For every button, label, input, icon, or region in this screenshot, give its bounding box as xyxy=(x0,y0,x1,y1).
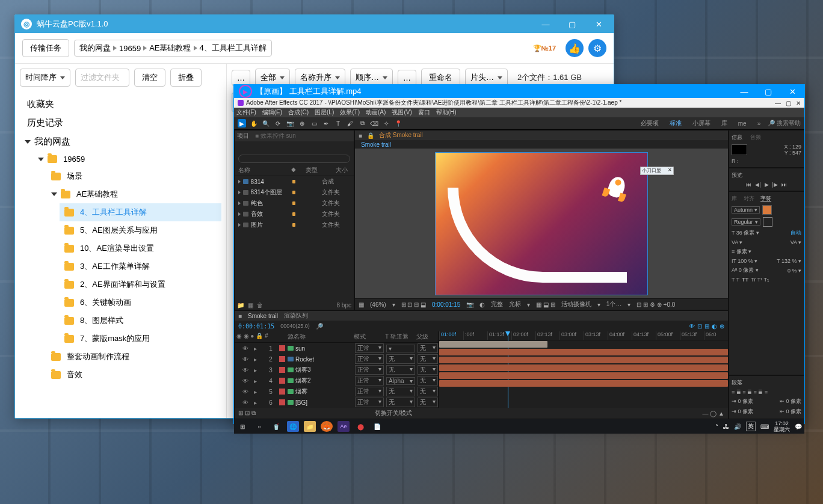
preview-tab[interactable]: 预览 xyxy=(732,171,742,179)
next-frame-icon[interactable]: |▶ xyxy=(772,182,778,188)
workspace-me[interactable]: me xyxy=(735,120,750,127)
breadcrumb-seg[interactable]: AE基础教程 xyxy=(149,43,191,54)
project-row[interactable]: 8314合成 xyxy=(235,176,354,187)
brush-tool-icon[interactable]: 🖌 xyxy=(346,119,354,128)
tray-volume-icon[interactable]: 🔊 xyxy=(734,423,741,430)
zoom-tool-icon[interactable]: 🔍 xyxy=(262,119,270,128)
cloud-titlebar[interactable]: ◎ 蜗牛云盘PC版v1.1.0 — ▢ ✕ xyxy=(15,15,614,33)
tl-icon[interactable]: ⊞ xyxy=(704,323,709,330)
taskbar-clock[interactable]: 17:02 星期六 xyxy=(774,420,790,432)
weight-combo[interactable]: Regular ▾ xyxy=(732,218,760,226)
more-button-2[interactable]: … xyxy=(398,70,416,86)
video-close-button[interactable]: ✕ xyxy=(785,87,800,96)
eraser-tool-icon[interactable]: ⌫ xyxy=(370,119,378,128)
tray-ime[interactable]: 英 xyxy=(746,422,756,431)
task-app-icon[interactable]: 📄 xyxy=(371,421,383,432)
windows-taskbar[interactable]: ⊞ ○ 🥤 🌐 📁 🦊 Ae ⬤ 📄 ˄ 🖧 🔊 英 ⌨ 17:02 星期六 💬 xyxy=(234,419,804,434)
selection-tool-icon[interactable]: ▶ xyxy=(238,119,246,128)
puppet-tool-icon[interactable]: 📍 xyxy=(394,119,402,128)
ae-close[interactable]: ✕ xyxy=(796,100,801,106)
roto-tool-icon[interactable]: ✧ xyxy=(382,119,390,128)
ae-menu-anim[interactable]: 动画(A) xyxy=(366,108,386,117)
rotate-tool-icon[interactable]: ⟳ xyxy=(274,119,282,128)
tray-chevron-icon[interactable]: ˄ xyxy=(715,423,718,430)
start-button-icon[interactable]: ⊞ xyxy=(236,421,248,432)
project-search[interactable] xyxy=(238,155,350,163)
col-name[interactable]: 名称 xyxy=(238,166,291,174)
notification-icon[interactable]: 💬 xyxy=(795,423,802,430)
col-type[interactable]: 类型 xyxy=(306,166,336,174)
ae-menu-comp[interactable]: 合成(C) xyxy=(288,108,309,117)
track-row[interactable] xyxy=(439,340,728,348)
tree-node[interactable]: 7、蒙版mask的应用 xyxy=(60,330,221,348)
current-timecode[interactable]: 0:00:01:15 xyxy=(238,323,274,330)
recorder-icon[interactable]: ⬤ xyxy=(354,421,366,432)
collapse-button[interactable]: 折叠 xyxy=(170,69,202,87)
tree-node[interactable]: 6、关键帧动画 xyxy=(60,293,221,312)
tree-node[interactable]: 5、AE图层关系与应用 xyxy=(60,221,221,239)
pen-tool-icon[interactable]: ✒ xyxy=(322,119,330,128)
breadcrumb-seg[interactable]: 我的网盘 xyxy=(79,43,111,54)
comp-subtab[interactable]: Smoke trail xyxy=(361,141,391,148)
project-delete-icon[interactable]: 🗑 xyxy=(257,302,263,309)
ae-menu-layer[interactable]: 图层(L) xyxy=(315,108,334,117)
tree-node[interactable]: 音效 xyxy=(46,366,221,384)
ae-maximize[interactable]: ▢ xyxy=(786,100,791,106)
prev-frame-icon[interactable]: ◀| xyxy=(755,182,760,188)
text-tool-icon[interactable]: T xyxy=(334,119,342,128)
project-row[interactable]: 8314个图层文件夹 xyxy=(235,187,354,198)
video-titlebar[interactable]: ▶ 【原画】 工具栏工具详解.mp4 — ▢ ✕ xyxy=(234,85,804,98)
thumbs-up-button[interactable]: 👍 xyxy=(566,39,584,57)
shy-toggle-icon[interactable]: 👁 xyxy=(689,323,695,330)
camera-tool-icon[interactable]: 📷 xyxy=(286,119,294,128)
ae-menu-help[interactable]: 帮助(H) xyxy=(436,108,457,117)
workspace-lib[interactable]: 库 xyxy=(718,119,731,128)
breadcrumb[interactable]: 我的网盘 19659 AE基础教程 4、工具栏工具详解 xyxy=(74,40,272,57)
project-tab[interactable]: 项目 xyxy=(237,132,249,140)
col-size[interactable]: 大小 xyxy=(336,166,348,174)
tl-footer-icon[interactable]: ⊞ ⊡ ⧉ xyxy=(238,410,256,417)
floating-panel[interactable]: 小刀口显 ✕ xyxy=(640,167,674,175)
char-tab[interactable]: 字符 xyxy=(760,195,771,203)
track-row[interactable] xyxy=(439,364,728,372)
light-label[interactable]: 光标 xyxy=(509,300,521,309)
stamp-tool-icon[interactable]: ⧉ xyxy=(358,119,366,128)
rect-tool-icon[interactable]: ▭ xyxy=(310,119,318,128)
camera-combo[interactable]: 活动摄像机 xyxy=(561,300,591,309)
ae-menu-file[interactable]: 文件(F) xyxy=(236,108,256,117)
res-combo[interactable]: 完整 xyxy=(491,300,503,309)
tree-node[interactable]: 2、AE界面详解和与设置 xyxy=(60,275,221,293)
video-minimize-button[interactable]: — xyxy=(737,87,751,96)
tray-keyboard-icon[interactable]: ⌨ xyxy=(760,423,769,430)
layer-row[interactable]: 👁 ▸3烟雾3正常▾无▾无▾ xyxy=(235,364,439,375)
track-row[interactable] xyxy=(439,356,728,364)
timeline-tab[interactable]: Smoke trail xyxy=(248,313,278,319)
ae-menu-edit[interactable]: 编辑(E) xyxy=(262,108,282,117)
video-maximize-button[interactable]: ▢ xyxy=(761,87,775,96)
track-row[interactable] xyxy=(439,380,728,387)
workspace-std[interactable]: 标准 xyxy=(666,119,685,128)
footer-time[interactable]: 0:00:01:15 xyxy=(432,301,460,308)
tree-node[interactable]: 8、图层样式 xyxy=(60,312,221,330)
project-new-comp-icon[interactable]: ▦ xyxy=(248,302,253,309)
tree-node[interactable]: 整套动画制作流程 xyxy=(46,348,221,366)
comp-viewer[interactable]: 小刀口显 ✕ xyxy=(355,149,728,299)
ae-menu-effect[interactable]: 效果(T) xyxy=(340,108,360,117)
last-frame-icon[interactable]: ⏭ xyxy=(781,182,787,188)
sort-combo[interactable]: 时间降序 xyxy=(20,69,70,87)
info-tab[interactable]: 信息 xyxy=(732,134,742,141)
ae-minimize[interactable]: — xyxy=(775,100,781,106)
breadcrumb-seg[interactable]: 4、工具栏工具详解 xyxy=(200,43,267,54)
lib-tab[interactable]: 库 xyxy=(732,195,737,203)
task-app-icon[interactable]: 🌐 xyxy=(287,421,299,432)
tray-network-icon[interactable]: 🖧 xyxy=(723,423,729,430)
file-explorer-icon[interactable]: 📁 xyxy=(304,421,316,432)
layer-row[interactable]: 👁 ▸6[BG]正常▾无▾无▾ xyxy=(235,397,439,408)
layer-row[interactable]: 👁 ▸5烟雾正常▾无▾无▾ xyxy=(235,386,439,397)
anchor-tool-icon[interactable]: ⊕ xyxy=(298,119,306,128)
comp-tab[interactable]: 合成 Smoke trail xyxy=(379,131,423,140)
transfer-tasks-button[interactable]: 传输任务 xyxy=(22,39,69,57)
tree-node[interactable]: 10、AE渲染导出设置 xyxy=(60,239,221,257)
para-tab[interactable]: 段落 xyxy=(732,379,742,387)
tree-node[interactable]: AE基础教程 xyxy=(46,185,221,203)
